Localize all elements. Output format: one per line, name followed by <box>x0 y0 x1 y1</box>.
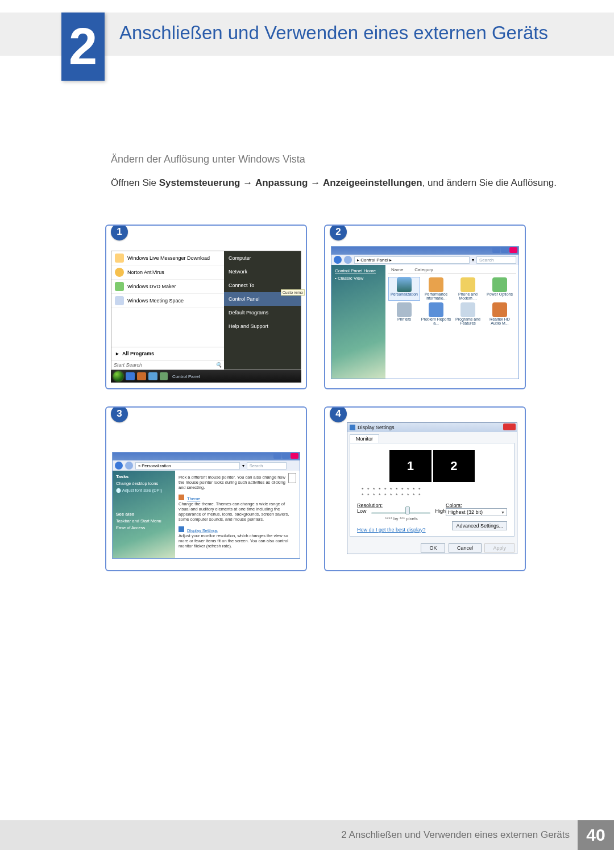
help-link[interactable]: How do I get the best display? <box>357 527 426 533</box>
chevron-down-icon: ▼ <box>501 510 505 514</box>
forward-icon[interactable] <box>125 462 133 470</box>
instruction-text: Öffnen Sie Systemsteuerung → Anpassung →… <box>111 175 569 190</box>
minimize-icon[interactable] <box>492 247 500 253</box>
dropdown-icon[interactable]: ▾ <box>472 258 474 263</box>
display-icon <box>350 425 355 430</box>
sidebar-link[interactable]: Taskbar and Start Menu <box>116 518 172 524</box>
cp-sidebar: Control Panel Home • Classic View <box>331 265 385 379</box>
monitor-1[interactable]: 1 <box>389 450 432 482</box>
display-desc: Adjust your monitor resolution, which ch… <box>179 533 296 549</box>
monitor-2[interactable]: 2 <box>432 450 475 482</box>
sidebar-link[interactable]: Change desktop icons <box>116 481 172 486</box>
tooltip: Custo remo <box>281 289 305 296</box>
step-panel-1: 1 Windows Live Messenger Download Norton… <box>105 225 307 389</box>
close-icon[interactable] <box>503 423 516 430</box>
masked-text: * * * * * * * * * * * <box>362 487 511 492</box>
start-right-item[interactable]: Help and Support <box>224 319 301 333</box>
dialog-titlebar: Display Settings <box>347 423 517 432</box>
personalization-window: « Personalization ▾ Search Tasks Change … <box>112 452 300 559</box>
forward-icon[interactable] <box>344 256 352 264</box>
address-bar: « Personalization ▾ Search <box>113 460 300 471</box>
meeting-icon <box>115 296 124 305</box>
control-panel-icon[interactable] <box>160 372 168 380</box>
advanced-settings-button[interactable]: Advanced Settings... <box>452 521 507 530</box>
cp-icon[interactable]: Problem Reports a... <box>421 302 451 325</box>
apply-button[interactable]: Apply <box>484 543 515 553</box>
pointer-desc: Pick a different mouse pointer. You can … <box>179 475 296 490</box>
ok-button[interactable]: OK <box>421 543 445 553</box>
theme-link[interactable]: Theme <box>187 496 200 501</box>
cp-icon[interactable]: Power Options <box>484 277 515 300</box>
footer-text: 2 Anschließen und Verwenden eines extern… <box>341 829 570 841</box>
breadcrumb[interactable]: ▸ Control Panel ▸ <box>354 256 470 264</box>
display-icon <box>179 526 184 532</box>
cp-icon[interactable]: Performance Informatio... <box>421 277 451 300</box>
dropdown-icon[interactable]: ▾ <box>242 463 244 468</box>
maximize-icon[interactable] <box>501 247 509 253</box>
all-programs[interactable]: ▸All Programs <box>111 347 224 360</box>
minimize-icon[interactable] <box>273 453 281 459</box>
step-panel-2: 2 ▸ Control Panel ▸ ▾ Search Control Pan… <box>324 225 526 389</box>
cp-icon[interactable]: Programs and Features <box>453 302 483 325</box>
sidebar-link[interactable]: Ease of Access <box>116 525 172 530</box>
cancel-button[interactable]: Cancel <box>449 543 482 553</box>
dvd-icon <box>115 282 124 291</box>
start-item[interactable]: Windows DVD Maker <box>111 280 224 294</box>
start-right-item[interactable]: Network <box>224 265 301 279</box>
start-search-input[interactable]: Start Search🔍 <box>111 360 224 369</box>
close-icon[interactable] <box>509 247 517 253</box>
taskbar-label: Control Panel <box>172 374 200 379</box>
step-panel-3: 3 « Personalization ▾ Search Tasks Chang… <box>105 406 307 571</box>
colors-label: Colors: <box>446 502 507 508</box>
taskbar-button[interactable] <box>137 372 146 380</box>
resolution-slider[interactable] <box>371 509 431 514</box>
start-item[interactable]: Windows Live Messenger Download <box>111 251 224 265</box>
search-icon: 🔍 <box>215 362 222 368</box>
search-input[interactable]: Search <box>476 256 516 264</box>
back-icon[interactable] <box>115 462 123 470</box>
window-titlebar <box>331 247 518 255</box>
taskbar-button[interactable] <box>148 372 157 380</box>
colors-select[interactable]: Highest (32 bit)▼ <box>446 508 507 516</box>
search-input[interactable]: Search <box>247 462 287 470</box>
step-badge-1: 1 <box>111 225 128 240</box>
perf-icon <box>429 277 443 292</box>
printer-icon <box>397 302 412 317</box>
sidebar-link[interactable]: ⬤ Adjust font size (DPI) <box>116 488 172 493</box>
close-icon[interactable] <box>291 453 298 459</box>
display-settings-link[interactable]: Display Settings <box>187 528 218 533</box>
cp-icon[interactable]: Realtek HD Audio M... <box>484 302 515 325</box>
tab-monitor[interactable]: Monitor <box>350 434 379 443</box>
start-menu-screenshot: Windows Live Messenger Download Norton A… <box>111 251 301 370</box>
start-item[interactable]: Norton AntiVirus <box>111 265 224 280</box>
dialog-buttons: OK Cancel Apply <box>347 542 517 554</box>
cp-icon[interactable]: Printers <box>389 302 420 325</box>
masked-text: * * * * * * * * * * * <box>362 492 511 498</box>
taskbar-button[interactable] <box>126 372 135 380</box>
breadcrumb[interactable]: « Personalization <box>135 462 240 470</box>
theme-desc: Change the theme. Themes can change a wi… <box>179 501 296 522</box>
theme-icon <box>179 495 184 500</box>
back-icon[interactable] <box>334 256 342 264</box>
step-badge-2: 2 <box>330 225 347 240</box>
start-item[interactable]: Windows Meeting Space <box>111 294 224 308</box>
maximize-icon[interactable] <box>282 453 290 459</box>
start-right-item[interactable]: Computer <box>224 251 301 265</box>
control-panel-window: ▸ Control Panel ▸ ▾ Search Control Panel… <box>331 246 519 379</box>
taskbar: Control Panel <box>111 370 301 383</box>
msn-icon <box>115 254 124 263</box>
monitor-layout[interactable]: 1 2 <box>389 450 475 482</box>
sidebar-link[interactable]: Control Panel Home <box>335 268 382 273</box>
chapter-title: Anschließen und Verwenden eines externen… <box>119 22 548 44</box>
sidebar-heading: See also <box>116 512 172 517</box>
start-orb-icon[interactable] <box>113 371 123 381</box>
step-panel-4: 4 Display Settings Monitor 1 2 * * * * *… <box>324 406 526 571</box>
cp-icon[interactable]: Phone and Modem ... <box>453 277 483 300</box>
chapter-number-box: 2 <box>61 13 105 81</box>
start-right-item[interactable]: Default Programs <box>224 306 301 319</box>
step-badge-3: 3 <box>111 406 128 422</box>
slider-low: Low <box>357 508 367 514</box>
sidebar-link[interactable]: • Classic View <box>335 276 382 281</box>
problem-icon <box>429 302 443 317</box>
cp-icon-personalization[interactable]: Personalization <box>389 277 420 300</box>
